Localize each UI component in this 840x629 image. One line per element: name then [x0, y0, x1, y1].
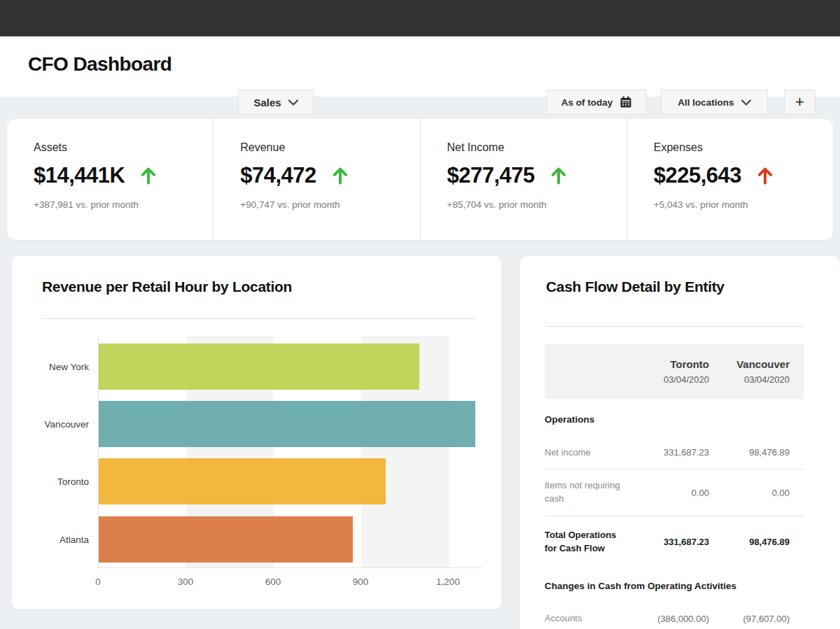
cashflow-panel: Cash Flow Detail by Entity Toronto 03/04…: [520, 256, 840, 629]
header: CFO Dashboard Sales As of today All loca…: [0, 36, 840, 97]
x-tick: 900: [353, 577, 369, 587]
metric-selector-label: Sales: [253, 97, 281, 108]
row-value-toronto: 331,687.23: [632, 447, 709, 458]
date-filter-button[interactable]: As of today: [547, 90, 647, 115]
column-header-toronto: Toronto 03/04/2020: [632, 358, 709, 385]
kpi-delta: +387,981 vs. prior month: [34, 199, 213, 210]
kpi-value: $74,472: [240, 163, 316, 188]
y-axis-label-vancouver: Vancouver: [12, 419, 89, 430]
x-tick: 300: [178, 577, 194, 587]
horizontal-bar-chart: New York Vancouver Toronto Atlanta 0 300…: [12, 336, 501, 539]
x-tick: 1,200: [436, 577, 460, 587]
kpi-card-expenses: Expenses $225,643 +5,043 vs. prior month: [626, 119, 833, 240]
trend-up-icon: [549, 166, 568, 185]
row-value-vancouver: 0.00: [709, 488, 790, 498]
y-axis-label-new-york: New York: [12, 362, 89, 372]
location-filter-dropdown[interactable]: All locations: [661, 90, 768, 115]
kpi-card-net-income: Net Income $277,475 +85,704 vs. prior mo…: [420, 119, 626, 240]
row-label: Items not requiring cash: [545, 479, 632, 506]
row-value-toronto: 331,687.23: [632, 537, 709, 547]
row-label: Accounts: [545, 612, 632, 626]
row-value-toronto: (386,000.00): [632, 614, 709, 624]
kpi-value: $277,475: [447, 163, 535, 188]
kpi-delta: +90,747 vs. prior month: [240, 199, 419, 210]
add-button[interactable]: +: [784, 90, 816, 115]
cashflow-title: Cash Flow Detail by Entity: [546, 278, 724, 295]
kpi-label: Assets: [34, 141, 213, 154]
kpi-delta: +85,704 vs. prior month: [447, 199, 626, 210]
trend-up-icon: [330, 166, 350, 185]
x-tick: 600: [265, 577, 281, 587]
trend-up-icon: [139, 166, 158, 185]
location-filter-label: All locations: [678, 97, 734, 108]
section-label: Operations: [545, 413, 804, 427]
plus-icon: +: [795, 93, 804, 111]
kpi-label: Revenue: [240, 141, 419, 154]
cashflow-table-header: Toronto 03/04/2020 Vancouver 03/04/2020: [545, 344, 804, 399]
column-name: Vancouver: [709, 358, 790, 370]
x-axis: 0 300 600 900 1,200: [98, 336, 483, 588]
kpi-summary-row: Assets $14,441K +387,981 vs. prior month…: [7, 119, 833, 240]
revenue-chart-panel: Revenue per Retail Hour by Location New …: [12, 256, 501, 609]
metric-selector-dropdown[interactable]: Sales: [238, 90, 314, 115]
date-filter-label: As of today: [561, 97, 613, 108]
x-tick: 0: [95, 577, 101, 587]
kpi-value: $225,643: [654, 163, 741, 188]
table-row-net-income: Net income 331,687.23 98,476.89: [545, 437, 804, 470]
table-row-accounts: Accounts (386,000.00) (97,607.00): [545, 602, 804, 629]
kpi-card-revenue: Revenue $74,472 +90,747 vs. prior month: [213, 119, 419, 240]
row-value-vancouver: (97,607.00): [709, 614, 790, 624]
trend-up-icon: [755, 166, 775, 185]
kpi-delta: +5,043 vs. prior month: [654, 199, 833, 210]
row-value-vancouver: 98,476.89: [709, 537, 790, 547]
column-header-vancouver: Vancouver 03/04/2020: [709, 358, 790, 385]
row-value-vancouver: 98,476.89: [709, 447, 790, 458]
kpi-label: Expenses: [654, 141, 833, 154]
chevron-down-icon: [741, 99, 751, 106]
table-section-operations: Operations: [545, 399, 804, 437]
table-section-changes-in-cash: Changes in Cash from Operating Activitie…: [545, 565, 804, 603]
section-label: Changes in Cash from Operating Activitie…: [545, 579, 804, 593]
kpi-label: Net Income: [447, 141, 626, 154]
row-label: Net income: [545, 446, 632, 460]
y-axis-label-toronto: Toronto: [12, 476, 89, 487]
chart-title: Revenue per Retail Hour by Location: [42, 278, 292, 295]
top-app-bar: [0, 0, 840, 36]
y-axis-label-atlanta: Atlanta: [12, 535, 89, 545]
row-label: Total Operations for Cash Flow: [545, 529, 632, 556]
calendar-icon: [620, 96, 632, 108]
kpi-card-assets: Assets $14,441K +387,981 vs. prior month: [7, 119, 213, 240]
row-value-toronto: 0.00: [632, 488, 709, 498]
table-row-total-operations: Total Operations for Cash Flow 331,687.2…: [545, 516, 804, 565]
column-date: 03/04/2020: [709, 374, 790, 385]
column-name: Toronto: [632, 358, 709, 370]
kpi-value: $14,441K: [34, 163, 125, 188]
chevron-down-icon: [288, 99, 298, 106]
column-date: 03/04/2020: [632, 374, 709, 385]
page-title: CFO Dashboard: [28, 53, 172, 76]
divider: [42, 318, 476, 319]
table-row-items-not-requiring-cash: Items not requiring cash 0.00 0.00: [545, 469, 804, 516]
cashflow-table: Toronto 03/04/2020 Vancouver 03/04/2020 …: [545, 344, 804, 629]
divider: [546, 326, 804, 327]
